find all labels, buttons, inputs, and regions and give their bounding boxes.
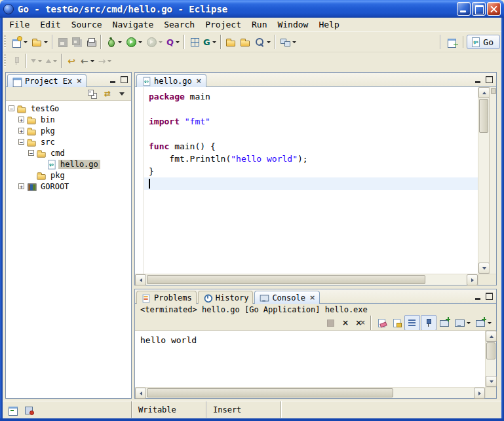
view-menu-button[interactable] [115,86,130,101]
save-button[interactable] [55,34,69,50]
close-icon[interactable]: × [76,77,82,85]
back-button[interactable]: ← [79,53,96,69]
run-history-button[interactable] [144,34,165,50]
scroll-left-button[interactable] [135,274,146,285]
print-button[interactable] [84,34,98,50]
scrollbar-thumb[interactable] [147,388,393,397]
tree-item-bin[interactable]: +bin [6,114,131,125]
remove-launch-button[interactable]: × [338,315,353,331]
previous-annotation-button[interactable] [44,53,59,69]
menu-project[interactable]: Project [200,18,246,31]
menu-source[interactable]: Source [66,18,107,31]
forward-button[interactable]: → [96,53,114,69]
pin-console-button[interactable] [421,315,436,331]
maximize-view-button[interactable] [119,75,130,84]
toolbar-grip[interactable] [4,35,6,48]
save-all-button[interactable] [69,34,84,50]
team-button[interactable] [278,34,298,50]
tab-hello-go[interactable]: hello.go × [136,74,206,87]
scroll-right-button[interactable] [474,388,485,399]
close-button[interactable] [487,2,501,16]
editor-horizontal-scrollbar[interactable] [135,274,478,285]
tree-item-cmd[interactable]: −cmd [6,147,131,158]
toolbar-grip[interactable] [4,54,6,67]
tree-expander[interactable]: + [18,117,24,122]
code-area[interactable]: package mainimport "fmt"func main() { fm… [144,87,478,274]
link-with-editor-button[interactable]: ⇄ [100,86,115,101]
minimize-view-button[interactable] [107,75,118,84]
new-go-package-button[interactable] [187,34,201,50]
go-perspective-button[interactable]: Go [467,35,500,49]
close-icon[interactable]: × [196,77,202,85]
scroll-down-button[interactable] [486,376,497,387]
tree-item-hello.go[interactable]: hello.go [6,158,131,170]
menu-file[interactable]: File [4,18,35,31]
open-perspective-button[interactable] [445,34,459,50]
tree-expander[interactable]: + [18,128,24,134]
tree-item-GOROOT[interactable]: +GOROOT [6,181,131,192]
clear-console-button[interactable] [374,315,389,331]
maximize-button[interactable] [472,2,486,16]
scroll-left-button[interactable] [135,388,146,399]
remove-all-launches-button[interactable]: ×× [353,315,368,331]
minimize-button[interactable] [457,2,471,16]
scrollbar-thumb[interactable] [479,99,488,133]
project-tree[interactable]: −testGo+bin+pkg−src−cmdhello.gopkg+GOROO… [6,100,131,398]
maximize-view-button[interactable] [484,291,495,301]
tree-expander[interactable]: − [9,105,14,111]
close-icon[interactable]: × [309,293,315,302]
run-button[interactable] [124,34,144,50]
tree-item-pkg[interactable]: +pkg [6,125,131,136]
minimize-view-button[interactable] [472,291,483,301]
menu-edit[interactable]: Edit [35,18,66,31]
menu-window[interactable]: Window [272,18,313,31]
debug-button[interactable] [104,34,124,50]
open-type-button[interactable] [238,34,252,50]
tab-problems[interactable]: Problems [136,291,197,304]
fast-view-icon[interactable] [8,405,18,415]
new-go-file-button[interactable]: G [201,34,218,50]
console-vertical-scrollbar[interactable] [485,331,496,387]
maximize-view-button[interactable] [484,75,495,84]
menu-run[interactable]: Run [246,18,272,31]
tree-expander[interactable]: + [18,183,24,189]
scroll-down-button[interactable] [478,263,490,274]
open-console-menu-button[interactable] [473,315,494,331]
pin-editor-button[interactable] [9,53,24,69]
new-wizard-button[interactable] [9,34,29,50]
tab-project-explorer[interactable]: Project Ex × [7,74,87,87]
tree-expander[interactable]: − [28,150,34,156]
overview-ruler[interactable] [489,87,496,274]
menu-help[interactable]: Help [313,18,344,31]
scroll-lock-button[interactable] [389,315,404,331]
menu-navigate[interactable]: Navigate [107,18,159,31]
scroll-up-button[interactable] [486,331,497,342]
tree-item-testGo[interactable]: −testGo [6,103,131,114]
tree-item-src[interactable]: −src [6,136,131,147]
minimize-view-button[interactable] [472,75,483,84]
scrollbar-thumb[interactable] [486,342,495,359]
terminate-button[interactable] [323,315,338,331]
scrollbar-thumb[interactable] [147,275,425,284]
display-selected-console-button[interactable] [452,315,473,331]
word-wrap-button[interactable] [404,315,420,331]
new-folder-button[interactable] [29,34,50,50]
scroll-right-button[interactable] [467,274,478,285]
search-button[interactable] [252,34,273,50]
tree-item-pkg[interactable]: pkg [6,170,131,181]
external-tools-button[interactable]: Q [165,34,182,50]
collapse-all-button[interactable] [85,86,100,101]
last-edit-location-button[interactable]: ↩ [64,53,79,69]
tab-history[interactable]: History [198,291,254,304]
tab-console[interactable]: Console× [254,291,320,304]
menu-search[interactable]: Search [159,18,200,31]
scroll-up-button[interactable] [478,87,490,98]
next-annotation-button[interactable] [29,53,44,69]
open-resource-button[interactable] [223,34,238,50]
tree-expander[interactable]: − [18,139,24,145]
console-horizontal-scrollbar[interactable] [135,387,485,398]
editor-vertical-scrollbar[interactable] [478,87,489,274]
annotation-ruler[interactable] [135,87,144,274]
open-console-button[interactable] [437,315,452,331]
go-launch-icon[interactable] [24,405,34,415]
